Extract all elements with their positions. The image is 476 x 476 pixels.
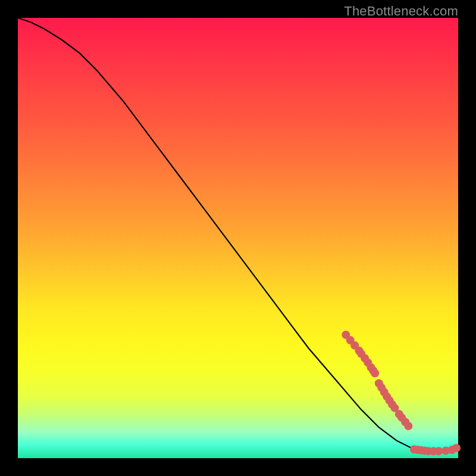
plot-svg: [18, 18, 458, 458]
bottleneck-curve: [18, 18, 458, 453]
watermark-text: TheBottleneck.com: [344, 4, 458, 19]
data-point: [371, 369, 379, 377]
data-point: [452, 444, 461, 452]
scatter-markers: [342, 331, 461, 455]
data-point: [404, 422, 412, 430]
plot-area: [18, 18, 458, 458]
chart-stage: TheBottleneck.com: [0, 0, 476, 476]
